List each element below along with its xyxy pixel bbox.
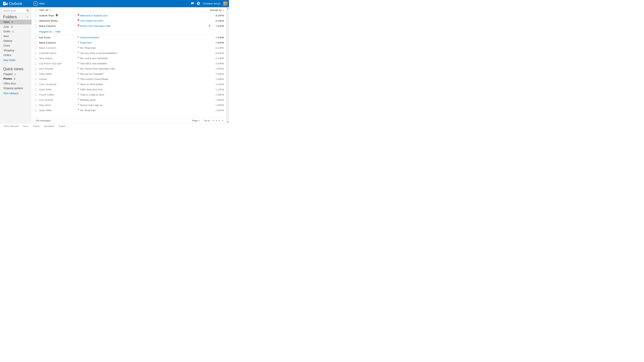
message-flag[interactable]	[77, 14, 80, 17]
flag-icon[interactable]	[78, 93, 80, 95]
message-flag[interactable]	[77, 57, 80, 60]
message-checkbox[interactable]	[35, 52, 37, 54]
message-checkbox[interactable]	[35, 57, 37, 59]
select-all-checkbox[interactable]	[35, 9, 37, 11]
flag-icon[interactable]	[78, 57, 80, 59]
message-checkbox[interactable]	[35, 68, 37, 70]
flag-icon[interactable]	[78, 19, 80, 21]
flag-icon[interactable]	[78, 14, 80, 16]
message-checkbox[interactable]	[35, 25, 37, 27]
message-row[interactable]: LitwareThis month's Good Reads1:48PM	[32, 76, 226, 82]
flag-icon[interactable]	[78, 46, 80, 49]
flag-icon[interactable]	[78, 24, 80, 27]
refresh-icon[interactable]	[26, 16, 29, 18]
footer-language[interactable]: English	[59, 125, 66, 127]
message-checkbox[interactable]	[35, 36, 37, 39]
message-row[interactable]: Terry AdamsRe: Lunch next Saturday?5:14P…	[32, 56, 226, 61]
message-row[interactable]: Dylan MillerFWD: End of an era!1:12PM	[32, 87, 226, 92]
page-last-icon[interactable]	[222, 119, 224, 122]
message-flag[interactable]	[77, 72, 80, 75]
message-row[interactable]: Maria CameronRoad trip!!!7:02PM	[32, 40, 226, 45]
page-next-icon[interactable]	[218, 119, 220, 122]
message-row[interactable]: City Power and LightYour bill is now ava…	[32, 61, 226, 66]
flag-icon[interactable]	[78, 41, 80, 43]
flag-icon[interactable]	[78, 67, 80, 69]
folder-item-shopping[interactable]: Shopping	[0, 48, 32, 53]
flag-icon[interactable]	[78, 78, 80, 80]
arrange-by[interactable]: Arrange by	[210, 9, 224, 11]
page-prev-icon[interactable]	[216, 119, 217, 122]
message-flag[interactable]	[77, 83, 80, 86]
message-row[interactable]: Mary WestSoccer team sign up1:06PM	[32, 102, 226, 108]
message-checkbox[interactable]	[35, 104, 37, 106]
folder-item-drafts[interactable]: Drafts3	[0, 29, 32, 34]
message-flag[interactable]	[77, 46, 80, 49]
message-flag[interactable]	[77, 98, 80, 101]
quickview-item-photos[interactable]: Photos6	[0, 76, 32, 81]
chat-icon[interactable]	[191, 2, 194, 5]
folder-item-chats[interactable]: Chats	[0, 43, 32, 48]
message-list[interactable]: Outlook TeamWelcome to Outlook.com9:20PM…	[32, 13, 226, 117]
message-checkbox[interactable]	[35, 83, 37, 85]
message-flag[interactable]	[77, 62, 80, 65]
new-folder-link[interactable]: New folder	[0, 57, 32, 63]
new-button[interactable]: + New	[33, 1, 45, 6]
footer-privacy[interactable]: Privacy	[33, 125, 40, 127]
message-checkbox[interactable]	[35, 62, 37, 65]
new-category-link[interactable]: New category	[0, 91, 32, 96]
message-row[interactable]: Kari FurseSchool fundraiser7:20PM	[32, 35, 226, 40]
flagged-group-link[interactable]: Flagged (3)	[39, 30, 52, 33]
message-row[interactable]: Amy StrandeBirthday party!1:06PM	[32, 97, 226, 102]
scrollbar[interactable]	[226, 7, 229, 123]
message-flag[interactable]	[77, 67, 80, 70]
message-row[interactable]: Amy StrandeRe: Photos from Saturday's hi…	[32, 66, 226, 71]
hide-group-link[interactable]: Hide	[55, 30, 60, 33]
message-flag[interactable]	[77, 93, 80, 96]
message-row[interactable]: Dylan MillerRe: Road trip!!1:02PM	[32, 108, 226, 113]
folder-item-deleted[interactable]: Deleted	[0, 39, 32, 43]
message-flag[interactable]	[77, 52, 80, 54]
footer-terms[interactable]: Terms	[23, 125, 28, 127]
scroll-up-icon[interactable]	[227, 8, 228, 9]
message-flag[interactable]	[77, 41, 80, 44]
message-flag[interactable]	[77, 109, 80, 112]
search-box[interactable]	[2, 8, 30, 13]
avatar[interactable]	[223, 1, 228, 6]
message-flag[interactable]	[77, 78, 80, 80]
message-row[interactable]: Maria CameronRe: Road trip!!6:18PM	[32, 45, 226, 50]
scroll-down-icon[interactable]	[227, 121, 228, 123]
goto-link[interactable]: Go to	[204, 119, 210, 122]
search-icon[interactable]	[26, 9, 29, 12]
message-checkbox[interactable]	[35, 109, 37, 111]
message-checkbox[interactable]	[35, 99, 37, 101]
message-flag[interactable]	[77, 19, 80, 22]
quickview-item-office-docs[interactable]: Office docs	[0, 81, 32, 86]
message-flag[interactable]	[77, 24, 80, 27]
quickview-item-shipping-updates[interactable]: Shipping updates	[0, 86, 32, 91]
flag-icon[interactable]	[78, 52, 80, 54]
message-flag[interactable]	[77, 104, 80, 107]
message-checkbox[interactable]	[35, 47, 37, 49]
message-checkbox[interactable]	[35, 20, 37, 22]
logo[interactable]: O Outlook	[3, 1, 22, 6]
folder-item-junk[interactable]: Junk15	[0, 24, 32, 29]
flag-icon[interactable]	[78, 36, 80, 38]
message-checkbox[interactable]	[35, 42, 37, 44]
page-first-icon[interactable]	[212, 119, 214, 122]
folder-item-sent[interactable]: Sent	[0, 34, 32, 39]
footer-developers[interactable]: Developers	[44, 125, 54, 127]
user-name[interactable]: Christiane Jensen	[203, 2, 220, 5]
message-checkbox[interactable]	[35, 73, 37, 75]
message-flag[interactable]	[77, 36, 80, 39]
folder-item-inbox[interactable]: Inbox5	[0, 20, 32, 24]
message-checkbox[interactable]	[35, 78, 37, 80]
flag-icon[interactable]	[78, 62, 80, 64]
message-checkbox[interactable]	[35, 88, 37, 91]
message-checkbox[interactable]	[35, 94, 37, 96]
view-filter[interactable]: All	[46, 9, 51, 11]
flag-icon[interactable]	[78, 98, 80, 101]
folder-item-orders[interactable]: Orders	[0, 53, 32, 57]
message-row[interactable]: Adventure WorksYour tickets are here!8:1…	[32, 18, 226, 23]
flag-icon[interactable]	[78, 72, 80, 75]
message-flag[interactable]	[77, 88, 80, 91]
